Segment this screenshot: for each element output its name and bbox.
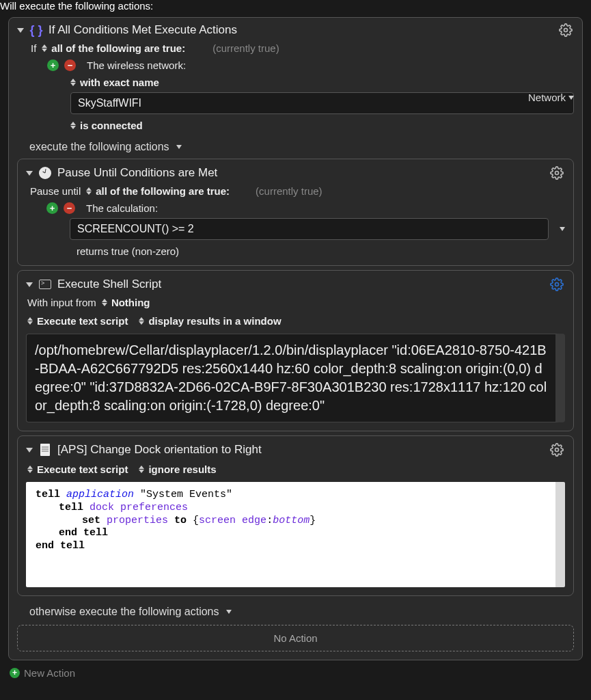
svg-point-1 [555,172,559,175]
updown-icon [27,466,33,473]
plus-icon: + [10,668,20,678]
script-mode-label: Execute text script [37,315,128,327]
input-from-label: With input from [27,297,96,308]
prop-properties: properties [107,515,168,526]
pause-mode-dropdown[interactable]: all of the following are true: [86,185,230,197]
if-label: If [31,42,36,54]
kw-application: application [66,489,134,500]
returns-label: returns true (non-zero) [77,245,179,257]
clock-icon [38,166,52,180]
remove-condition-button[interactable]: − [64,59,76,71]
prop-dock: dock preferences [90,502,188,513]
updown-icon [27,317,33,325]
script-mode-label: Execute text script [37,463,128,475]
results-mode-dropdown[interactable]: display results in a window [139,315,281,327]
if-action-block: { } If All Conditions Met Execute Action… [8,17,583,660]
collapse-toggle-icon[interactable] [26,448,33,453]
otherwise-label: otherwise execute the following actions [29,606,219,618]
new-action-button[interactable]: + New Action [10,667,591,679]
script-mode-dropdown[interactable]: Execute text script [27,463,128,475]
new-action-label: New Action [24,667,75,679]
action-title: If All Conditions Met Execute Actions [49,23,237,37]
gear-icon[interactable] [550,278,564,291]
condition-subject: The calculation: [86,202,158,214]
gear-icon[interactable] [559,23,573,37]
pause-until-label: Pause until [30,185,81,197]
condition-mode-dropdown[interactable]: all of the following are true: [42,42,185,54]
shell-script-text[interactable]: /opt/homebrew/Cellar/displayplacer/1.2.0… [26,334,565,422]
pause-status: (currently true) [256,185,322,197]
enum-bottom: bottom [273,515,310,526]
input-source-dropdown[interactable]: Nothing [102,297,150,308]
updown-icon [139,466,144,473]
condition-mode-label: all of the following are true: [51,42,185,54]
calculation-input[interactable] [70,218,549,240]
collapse-toggle-icon[interactable] [17,28,24,33]
updown-icon [42,44,47,52]
kw-tell: tell [59,502,83,513]
string-literal: "System Events" [140,489,232,500]
applescript-editor[interactable]: tell application "System Events" tell do… [26,482,565,587]
chevron-down-icon[interactable] [560,227,565,231]
document-icon [38,443,52,457]
input-source-label: Nothing [111,297,150,308]
svg-point-2 [555,283,559,286]
prop-screenedge: screen edge [199,515,266,526]
add-condition-button[interactable]: + [46,202,58,214]
no-action-dropzone[interactable]: No Action [17,625,574,651]
action-title: Execute Shell Script [57,278,161,291]
shell-action-block: Execute Shell Script With input from Not… [17,270,574,431]
gear-icon[interactable] [550,166,564,180]
updown-icon [139,317,144,325]
remove-condition-button[interactable]: − [64,202,75,214]
kw-endtell: end tell [36,540,85,552]
network-name-input[interactable] [70,92,574,114]
updown-icon [86,187,92,195]
connection-state-dropdown[interactable]: is connected [70,120,143,131]
chevron-down-icon [568,96,574,100]
network-dropdown-label: Network [528,92,566,103]
svg-point-0 [564,29,568,32]
kw-endtell: end tell [59,527,108,539]
match-mode-dropdown[interactable]: with exact name [70,77,159,88]
terminal-icon [38,278,52,291]
script-mode-dropdown[interactable]: Execute text script [27,315,128,327]
kw-tell: tell [36,489,60,500]
results-mode-label: ignore results [148,463,216,475]
gear-icon[interactable] [550,443,564,457]
pause-mode-label: all of the following are true: [96,185,230,197]
kw-to: to [174,515,187,526]
svg-point-3 [555,448,559,452]
execute-actions-label: execute the following actions [29,141,169,153]
updown-icon [70,122,76,129]
network-dropdown[interactable]: Network [528,92,574,103]
chevron-down-icon[interactable] [226,610,232,614]
condition-status: (currently true) [212,42,279,54]
action-title: Pause Until Conditions are Met [57,166,217,180]
match-mode-label: with exact name [80,77,159,88]
collapse-toggle-icon[interactable] [26,171,33,176]
connection-state-label: is connected [80,120,143,131]
results-mode-dropdown[interactable]: ignore results [139,463,216,475]
applescript-action-block: [APS] Change Dock orientation to Right E… [17,435,574,596]
results-mode-label: display results in a window [148,315,281,327]
add-condition-button[interactable]: + [47,59,59,71]
chevron-down-icon[interactable] [176,145,182,149]
braces-icon: { } [29,23,43,37]
kw-set: set [82,515,100,526]
action-title: [APS] Change Dock orientation to Right [57,443,262,457]
page-subtitle: Will execute the following actions: [0,0,591,16]
updown-icon [70,79,76,86]
condition-subject: The wireless network: [87,59,186,71]
updown-icon [102,299,107,306]
pause-action-block: Pause Until Conditions are Met Pause unt… [17,159,574,266]
collapse-toggle-icon[interactable] [26,282,33,287]
